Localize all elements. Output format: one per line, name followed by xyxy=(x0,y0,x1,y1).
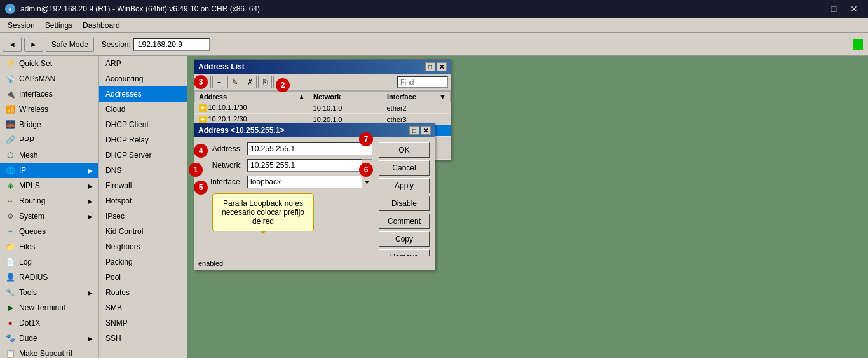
annotation-badge-2: 2 xyxy=(276,78,290,92)
menu-bar: Session Settings Dashboard xyxy=(0,18,868,33)
address-edit-body: Address: Network: ▲ Interface: xyxy=(194,137,435,270)
address-edit-minimize[interactable]: □ xyxy=(409,126,419,135)
col-address[interactable]: Address ▲ xyxy=(195,92,309,102)
sidebar-item-quickset[interactable]: ⚡ Quick Set xyxy=(0,56,98,71)
table-row[interactable]: ✦10.10.1.1/30 10.10.1.0 ether2 xyxy=(195,102,451,114)
submenu-cloud[interactable]: Cloud xyxy=(99,102,187,117)
cell-address: ✦10.10.1.1/30 xyxy=(195,102,309,114)
submenu-ssh[interactable]: SSH xyxy=(99,331,187,346)
sidebar-label-terminal: New Terminal xyxy=(19,303,65,312)
button-panel: OK Cancel Apply Disable Comment Copy Rem… xyxy=(379,137,435,270)
ppp-icon: 🔗 xyxy=(5,135,15,145)
submenu-pool[interactable]: Pool xyxy=(99,270,187,285)
sidebar-item-queues[interactable]: ≡ Queues xyxy=(0,224,98,239)
sidebar-item-mesh[interactable]: ⬡ Mesh xyxy=(0,148,98,163)
copy-button[interactable]: Copy xyxy=(379,231,430,247)
sidebar-item-system[interactable]: ⚙ System ▶ xyxy=(0,209,98,224)
ok-button[interactable]: OK xyxy=(379,142,430,158)
submenu-smb[interactable]: SMB xyxy=(99,300,187,315)
submenu-neighbors[interactable]: Neighbors xyxy=(99,239,187,254)
sidebar-item-bridge[interactable]: 🌉 Bridge xyxy=(0,117,98,132)
submenu-arp[interactable]: ARP xyxy=(99,56,187,71)
minimize-button[interactable]: — xyxy=(804,0,822,18)
sidebar-item-ip[interactable]: 🌐 IP ▶ xyxy=(0,163,98,178)
menu-session[interactable]: Session xyxy=(3,20,40,31)
desktop: 1 2 Address List □ ✕ + − ✎ ✗ ⎘ ▼ xyxy=(187,56,868,358)
sidebar-label-log: Log xyxy=(19,258,32,266)
submenu-snmp[interactable]: SNMP xyxy=(99,315,187,331)
callout-tooltip: Para la Loopback no es necesario colocar… xyxy=(212,193,314,231)
sidebar: ⚡ Quick Set 📡 CAPsMAN 🔌 Interfaces 📶 Wir… xyxy=(0,56,98,358)
address-field-input[interactable] xyxy=(247,142,372,155)
disable-button[interactable]: Disable xyxy=(379,196,430,211)
sidebar-item-dude[interactable]: 🐾 Dude ▶ xyxy=(0,331,98,346)
submenu-hotspot[interactable]: Hotspot xyxy=(99,193,187,209)
sidebar-item-routing[interactable]: ↔ Routing ▶ xyxy=(0,193,98,209)
ip-arrow-icon: ▶ xyxy=(88,167,93,174)
sidebar-item-files[interactable]: 📁 Files xyxy=(0,239,98,254)
sidebar-item-radius[interactable]: 👤 RADIUS xyxy=(0,270,98,285)
submenu-packing[interactable]: Packing xyxy=(99,254,187,270)
address-edit-controls: □ ✕ xyxy=(409,126,431,135)
submenu-firewall[interactable]: Firewall xyxy=(99,178,187,193)
address-edit-title-bar: Address <10.255.255.1> □ ✕ xyxy=(194,123,435,137)
col-network[interactable]: Network xyxy=(309,92,383,102)
network-field-input[interactable] xyxy=(247,159,362,172)
safemode-button[interactable]: Safe Mode xyxy=(46,38,94,52)
quickset-icon: ⚡ xyxy=(5,59,15,69)
sidebar-item-log[interactable]: 📄 Log xyxy=(0,254,98,270)
interface-field-input[interactable] xyxy=(247,176,362,188)
sidebar-item-terminal[interactable]: ▶ New Terminal xyxy=(0,300,98,315)
address-edit-close[interactable]: ✕ xyxy=(421,126,431,135)
cell-network: 10.10.1.0 xyxy=(309,102,383,114)
sidebar-item-capsman[interactable]: 📡 CAPsMAN xyxy=(0,71,98,86)
close-button[interactable]: ✕ xyxy=(845,0,863,18)
sidebar-item-ppp[interactable]: 🔗 PPP xyxy=(0,132,98,148)
forward-button[interactable]: ► xyxy=(24,38,43,52)
menu-dashboard[interactable]: Dashboard xyxy=(78,20,125,31)
sidebar-item-dot1x[interactable]: ● Dot1X xyxy=(0,315,98,331)
title-text: admin@192.168.20.9 (R1) - WinBox (64bit)… xyxy=(20,4,260,13)
interface-dropdown-arrow[interactable]: ▼ xyxy=(362,176,372,188)
sidebar-item-mpls[interactable]: ◈ MPLS ▶ xyxy=(0,178,98,193)
submenu-dhcp-relay[interactable]: DHCP Relay xyxy=(99,132,187,148)
cancel-button[interactable]: Cancel xyxy=(379,160,430,176)
back-button[interactable]: ◄ xyxy=(3,38,22,52)
sidebar-item-tools[interactable]: 🔧 Tools ▶ xyxy=(0,285,98,300)
apply-button[interactable]: Apply xyxy=(379,178,430,193)
sidebar-label-mesh: Mesh xyxy=(19,151,37,160)
files-icon: 📁 xyxy=(5,242,15,252)
cell-interface: ether2 xyxy=(383,102,450,114)
mpls-icon: ◈ xyxy=(5,181,15,191)
menu-settings[interactable]: Settings xyxy=(40,20,78,31)
submenu-dns[interactable]: DNS xyxy=(99,163,187,178)
annotation-badge-1: 1 xyxy=(189,163,203,177)
queues-icon: ≡ xyxy=(5,226,15,237)
submenu-dhcp-server[interactable]: DHCP Server xyxy=(99,148,187,163)
submenu-kid-control[interactable]: Kid Control xyxy=(99,224,187,239)
sidebar-item-wireless[interactable]: 📶 Wireless xyxy=(0,102,98,117)
col-interface-menu-icon[interactable]: ▼ xyxy=(439,93,446,100)
comment-button[interactable]: Comment xyxy=(379,214,430,229)
sidebar-item-interfaces[interactable]: 🔌 Interfaces xyxy=(0,86,98,102)
edit-button[interactable]: ✎ xyxy=(227,76,241,88)
address-list-close[interactable]: ✕ xyxy=(437,62,447,71)
address-list-minimize[interactable]: □ xyxy=(425,62,435,71)
search-input[interactable] xyxy=(397,76,448,88)
submenu-routes[interactable]: Routes xyxy=(99,285,187,300)
address-edit-title-text: Address <10.255.255.1> xyxy=(198,126,284,135)
maximize-button[interactable]: □ xyxy=(825,0,843,18)
submenu-dhcp-client[interactable]: DHCP Client xyxy=(99,117,187,132)
submenu-addresses[interactable]: Addresses xyxy=(99,86,187,102)
title-bar-left: ● admin@192.168.20.9 (R1) - WinBox (64bi… xyxy=(5,4,260,14)
submenu-accounting[interactable]: Accounting xyxy=(99,71,187,86)
sidebar-item-make[interactable]: 📋 Make Supout.rif xyxy=(0,346,98,358)
session-input[interactable]: 192.168.20.9 xyxy=(133,38,210,51)
submenu-ipsec[interactable]: IPsec xyxy=(99,209,187,224)
delete-button[interactable]: − xyxy=(212,76,226,88)
copy-row-button[interactable]: ⎘ xyxy=(258,76,272,88)
col-interface[interactable]: Interface ▼ xyxy=(383,92,450,102)
interface-field-row: Interface: ▼ xyxy=(200,176,372,188)
disable-toggle-button[interactable]: ✗ xyxy=(243,76,257,88)
sort-arrow-icon: ▲ xyxy=(298,93,305,100)
